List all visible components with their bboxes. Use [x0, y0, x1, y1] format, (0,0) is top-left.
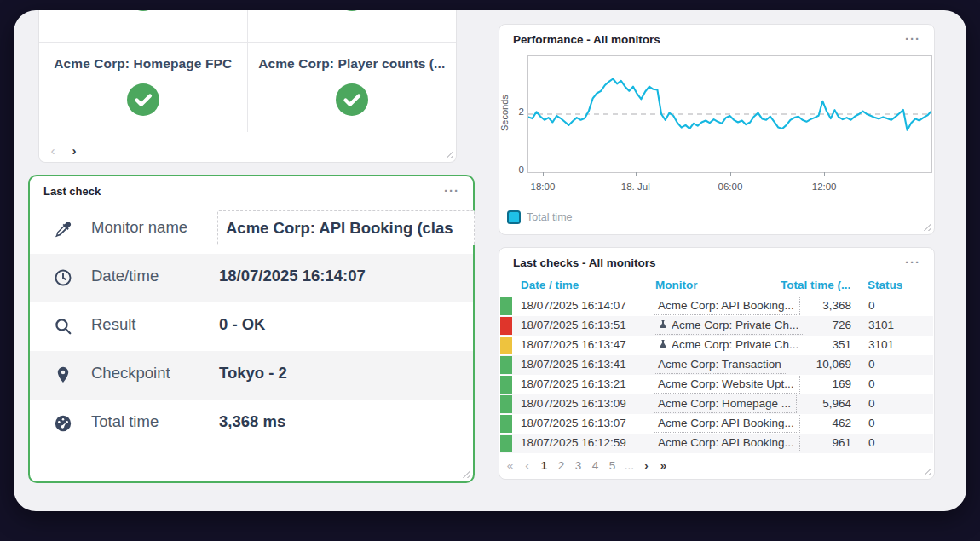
field-label: Result [91, 315, 135, 334]
field-label: Checkpoint [91, 364, 170, 383]
pagination-page-5[interactable]: 5 [607, 458, 618, 474]
x-axis-tick-mark [824, 172, 825, 176]
gauge-icon [54, 414, 72, 433]
cell-datetime: 18/07/2025 16:12:59 [521, 436, 626, 449]
table-row: 18/07/2025 16:14:07 Acme Corp: API Booki… [500, 296, 933, 316]
pagination-page-3[interactable]: 3 [573, 458, 584, 474]
status-color-bar [500, 356, 512, 374]
table-row: 18/07/2025 16:13:07 Acme Corp: API Booki… [500, 414, 933, 434]
cell-total-time: 169 [781, 377, 851, 390]
cell-total-time: 351 [781, 338, 851, 351]
x-axis-tick-mark [543, 172, 544, 176]
panel-menu-button[interactable]: ··· [905, 32, 920, 45]
check-circle-icon [335, 10, 369, 12]
pagination-prev-button[interactable]: ‹ [522, 458, 533, 474]
table-row: 18/07/2025 16:13:09 Acme Corp: Homepage … [500, 394, 933, 414]
panel-menu-button[interactable]: ··· [905, 256, 920, 268]
table-row: 18/07/2025 16:12:59 Acme Corp: API Booki… [500, 434, 933, 453]
field-value: Tokyo - 2 [219, 364, 287, 383]
table-body: 18/07/2025 16:14:07 Acme Corp: API Booki… [500, 296, 933, 453]
legend-checkbox[interactable] [507, 210, 521, 224]
last-checks-panel: Last checks - All monitors ··· Date / ti… [499, 247, 935, 480]
resize-grip[interactable] [923, 223, 931, 231]
panel-menu-button[interactable]: ··· [444, 184, 459, 197]
check-circle-icon [126, 10, 160, 12]
check-circle-icon [126, 83, 160, 117]
monitor-tile[interactable]: Acme Corp: Player counts (... [248, 43, 457, 132]
table-row: 18/07/2025 16:13:21 Acme Corp: Website U… [500, 375, 933, 394]
monitor-name-input[interactable] [217, 210, 475, 245]
cell-datetime: 18/07/2025 16:13:09 [521, 397, 626, 410]
table-row: 18/07/2025 16:13:51 Acme Corp: Private C… [500, 316, 933, 336]
cell-total-time: 961 [781, 436, 851, 449]
monitor-tile[interactable]: Acme Corp: Homepage FPC [39, 43, 248, 132]
cell-status: 3101 [868, 338, 894, 351]
status-color-bar [500, 395, 512, 413]
column-header-monitor[interactable]: Monitor [655, 279, 698, 291]
dashboard-window: Acme Corp: Homepage FPC Acme Corp: Playe… [14, 10, 966, 511]
pagination-page-4[interactable]: 4 [590, 458, 601, 474]
pagination-next-button[interactable]: › [641, 458, 652, 474]
cell-status: 0 [868, 358, 875, 371]
pagination-page-2[interactable]: 2 [556, 458, 567, 474]
line-chart-plot-area[interactable] [527, 55, 932, 173]
monitor-tile-label: Acme Corp: Player counts (... [258, 56, 445, 72]
table-row: 18/07/2025 16:13:41 Acme Corp: Transacti… [500, 355, 933, 375]
panel-title: Performance - All monitors [513, 33, 660, 46]
line-chart-svg [528, 56, 931, 172]
field-label: Monitor name [91, 218, 187, 237]
last-check-fields: Monitor name Date/time 18/07/2025 16:14:… [30, 205, 473, 448]
pagination-page-1[interactable]: 1 [539, 458, 550, 474]
eyedropper-icon [54, 220, 72, 239]
cell-status: 0 [868, 417, 875, 429]
status-color-bar [500, 297, 512, 315]
field-row-datetime: Date/time 18/07/2025 16:14:07 [30, 254, 473, 302]
cell-monitor-link[interactable]: Acme Corp: Website Upt... [654, 376, 800, 394]
legend-label: Total time [527, 211, 573, 223]
monitor-tiles-panel: Acme Corp: Homepage FPC Acme Corp: Playe… [38, 10, 457, 163]
cell-monitor-link[interactable]: Acme Corp: Homepage ... [654, 395, 797, 413]
pagination-last-button[interactable]: » [658, 458, 669, 474]
x-axis-tick-mark [636, 172, 637, 176]
cell-total-time: 462 [781, 417, 851, 429]
cell-datetime: 18/07/2025 16:13:47 [521, 338, 626, 351]
map-pin-icon [54, 365, 72, 384]
field-value: 3,368 ms [219, 412, 285, 431]
monitor-tile[interactable] [39, 10, 248, 43]
column-header-status[interactable]: Status [868, 279, 902, 291]
column-header-total-time[interactable]: Total time (... [781, 279, 850, 291]
field-row-result: Result 0 - OK [30, 302, 473, 351]
status-color-bar [500, 415, 512, 433]
cell-datetime: 18/07/2025 16:14:07 [521, 299, 626, 312]
status-color-bar [500, 317, 512, 335]
pagination-ellipsis: ... [624, 458, 635, 474]
legend-item-total-time[interactable]: Total time [507, 210, 573, 224]
cell-monitor-link[interactable]: Acme Corp: API Booking... [654, 415, 800, 433]
resize-grip[interactable] [923, 468, 931, 475]
x-axis-tick-label: 06:00 [718, 181, 743, 192]
field-value: 0 - OK [219, 315, 265, 334]
table-header-row: Date / time Monitor Total time (... Stat… [499, 279, 932, 296]
resize-grip[interactable] [462, 470, 470, 478]
flask-icon [658, 318, 668, 335]
monitor-tile[interactable] [248, 10, 457, 43]
field-row-monitor-name: Monitor name [30, 205, 473, 254]
monitor-tiles-grid: Acme Corp: Homepage FPC Acme Corp: Playe… [39, 10, 456, 132]
cell-datetime: 18/07/2025 16:13:51 [521, 319, 626, 331]
cell-monitor-link[interactable]: Acme Corp: Transaction [654, 356, 787, 374]
x-axis-tick-label: 12:00 [812, 181, 837, 192]
column-header-datetime[interactable]: Date / time [521, 279, 579, 291]
cell-total-time: 5,964 [781, 397, 851, 410]
panel-title: Last check [43, 185, 101, 198]
cell-status: 0 [868, 436, 875, 449]
tiles-prev-button[interactable]: ‹ [46, 144, 60, 157]
cell-monitor-link[interactable]: Acme Corp: API Booking... [654, 297, 800, 315]
field-label: Total time [91, 412, 159, 431]
cell-monitor-link[interactable]: Acme Corp: API Booking... [654, 435, 800, 452]
field-label: Date/time [91, 267, 159, 285]
cell-datetime: 18/07/2025 16:13:21 [521, 377, 626, 390]
table-row: 18/07/2025 16:13:47 Acme Corp: Private C… [500, 336, 933, 355]
pagination-first-button[interactable]: « [504, 458, 516, 474]
tiles-next-button[interactable]: › [67, 144, 81, 157]
total-time-series-line [528, 79, 931, 130]
